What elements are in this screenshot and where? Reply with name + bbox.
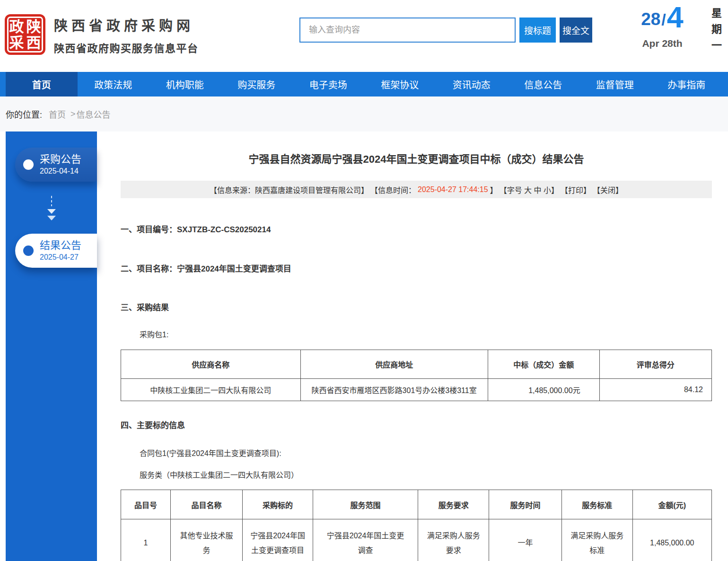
site-title: 陕西省政府采购网 (54, 15, 199, 35)
service-standard-cell: 满足采购人服务标准 (561, 519, 632, 561)
column-header: 供应商名称 (121, 350, 301, 379)
breadcrumb-home-link[interactable]: 首页 (49, 108, 66, 120)
search-fulltext-button[interactable]: 搜全文 (560, 18, 592, 43)
meta-source: 【信息来源：陕西嘉唐建设项目管理有限公司】 (210, 184, 368, 195)
close-button[interactable]: 【关闭】 (593, 184, 623, 195)
down-arrow-icon (45, 195, 58, 222)
breadcrumb-separator: > (70, 109, 76, 119)
nav-item-policies[interactable]: 政策法规 (78, 72, 149, 96)
article: 宁强县自然资源局宁强县2024年国土变更调查项目中标（成交）结果公告 【信息来源… (121, 131, 712, 561)
column-header: 品目号 (121, 490, 171, 519)
column-header: 服务要求 (418, 490, 489, 519)
date-slash: / (661, 10, 666, 29)
sidebar-item-title: 采购公告 (40, 154, 81, 165)
site-header: 政 陕 采 西 陕西省政府采购网 陕西省政府购买服务信息平台 搜标题 搜全文 2… (0, 0, 728, 72)
main-nav: 首页 政策法规 机构职能 购买服务 电子卖场 框架协议 资讯动态 信息公告 监督… (0, 72, 728, 96)
sidebar-timeline: 采购公告 2025-04-14 结果公告 2025-04-27 (6, 131, 97, 561)
section-subject-info: 四、主要标的信息 (121, 419, 712, 430)
circle-bullet-icon (23, 245, 34, 256)
sidebar-item-procurement-notice[interactable]: 采购公告 2025-04-14 (15, 148, 97, 182)
nav-item-functions[interactable]: 机构职能 (149, 72, 221, 96)
logo-char: 采 (9, 35, 24, 50)
breadcrumb-current-link[interactable]: 信息公告 (77, 108, 111, 120)
supplier-name-cell: 中陕核工业集团二一四大队有限公司 (121, 379, 301, 401)
date-english: Apr 28th (633, 38, 692, 49)
project-number-value: SXJTZB-ZC-CS20250214 (177, 225, 271, 234)
section-label: 二、项目名称： (121, 264, 177, 273)
table-header-row: 供应商名称 供应商地址 中标（成交）金额 评审总得分 (121, 350, 712, 379)
section-project-number: 一、项目编号：SXJTZB-ZC-CS20250214 (121, 223, 712, 235)
amount-cell: 1,485,000.00 (632, 519, 711, 561)
table-row: 中陕核工业集团二一四大队有限公司 陕西省西安市雁塔区西影路301号办公楼3楼31… (121, 379, 712, 401)
nav-item-supervision[interactable]: 监督管理 (579, 72, 651, 96)
search-title-button[interactable]: 搜标题 (519, 18, 556, 43)
nav-item-home[interactable]: 首页 (6, 72, 78, 96)
column-header: 金额(元) (632, 490, 711, 519)
breadcrumb-label: 你的位置: (6, 108, 42, 120)
nav-item-announcements[interactable]: 信息公告 (508, 72, 579, 96)
page-title: 宁强县自然资源局宁强县2024年国土变更调查项目中标（成交）结果公告 (121, 150, 712, 166)
font-size-control[interactable]: 【字号 大 中 小】 (500, 184, 559, 195)
nav-item-news[interactable]: 资讯动态 (436, 72, 508, 96)
contract-package-label: 合同包1(宁强县2024年国土变更调查项目): (121, 447, 712, 458)
section-procurement-result: 三、采购结果 (121, 301, 712, 313)
site-subtitle: 陕西省政府购买服务信息平台 (54, 40, 199, 55)
search-input[interactable] (299, 18, 516, 43)
logo-char: 西 (26, 35, 41, 50)
column-header: 服务时间 (489, 490, 562, 519)
meta-time-value: 2025-04-27 17:44:15 (418, 185, 488, 194)
subject-detail-table: 品目号 品目名称 采购标的 服务范围 服务要求 服务时间 服务标准 金额(元) … (121, 490, 712, 561)
result-table: 供应商名称 供应商地址 中标（成交）金额 评审总得分 中陕核工业集团二一四大队有… (121, 350, 712, 401)
article-meta-bar: 【信息来源：陕西嘉唐建设项目管理有限公司】 【信息时间： 2025-04-27 … (121, 181, 712, 198)
nav-item-guide[interactable]: 办事指南 (651, 72, 723, 96)
logo-char: 政 (9, 19, 24, 34)
sidebar-item-title: 结果公告 (40, 240, 81, 251)
search-bar: 搜标题 搜全文 (299, 18, 592, 43)
service-time-cell: 一年 (489, 519, 562, 561)
column-header: 采购标的 (243, 490, 313, 519)
meta-time-label: 【信息时间： (370, 184, 416, 195)
print-button[interactable]: 【打印】 (561, 184, 591, 195)
project-name-value: 宁强县2024年国土变更调查项目 (177, 264, 291, 273)
brand-text: 陕西省政府采购网 陕西省政府购买服务信息平台 (54, 15, 199, 55)
service-scope-cell: 宁强县2024年国土变更调查 (313, 519, 418, 561)
column-header: 供应商地址 (300, 350, 488, 379)
table-header-row: 品目号 品目名称 采购标的 服务范围 服务要求 服务时间 服务标准 金额(元) (121, 490, 712, 519)
content-area: 采购公告 2025-04-14 结果公告 2025-04-27 宁强县自然资源局… (0, 131, 728, 561)
meta-time-close: 】 (490, 184, 498, 195)
column-header: 评审总得分 (599, 350, 711, 379)
nav-item-purchase-services[interactable]: 购买服务 (221, 72, 293, 96)
date-day: 28 (641, 9, 660, 29)
sidebar-item-date: 2025-04-14 (40, 167, 81, 175)
date-month: 4 (667, 0, 684, 34)
date-numeric: 28 / 4 (633, 5, 692, 34)
circle-bullet-icon (23, 159, 34, 170)
weekday-label: 星期一 (710, 8, 720, 56)
service-category-label: 服务类（中陕核工业集团二一四大队有限公司） (121, 469, 712, 480)
column-header: 品目名称 (170, 490, 242, 519)
nav-item-e-marketplace[interactable]: 电子卖场 (292, 72, 364, 96)
item-name-cell: 其他专业技术服务 (170, 519, 242, 561)
procurement-subject-cell: 宁强县2024年国土变更调查项目 (243, 519, 313, 561)
column-header: 服务标准 (561, 490, 632, 519)
review-score-cell: 84.12 (599, 379, 711, 401)
supplier-address-cell: 陕西省西安市雁塔区西影路301号办公楼3楼311室 (300, 379, 488, 401)
column-header: 中标（成交）金额 (488, 350, 599, 379)
item-number-cell: 1 (121, 519, 171, 561)
service-requirement-cell: 满足采购人服务要求 (418, 519, 489, 561)
column-header: 服务范围 (313, 490, 418, 519)
breadcrumb: 你的位置: 首页 > 信息公告 (0, 96, 728, 131)
sidebar-item-date: 2025-04-27 (40, 253, 81, 262)
date-widget: 28 / 4 Apr 28th (633, 5, 692, 49)
section-project-name: 二、项目名称：宁强县2024年国土变更调查项目 (121, 262, 712, 274)
section-label: 一、项目编号： (121, 225, 177, 234)
award-amount-cell: 1,485,000.00元 (488, 379, 599, 401)
brand: 政 陕 采 西 陕西省政府采购网 陕西省政府购买服务信息平台 (5, 14, 199, 55)
sidebar-item-result-notice[interactable]: 结果公告 2025-04-27 (15, 234, 97, 268)
logo-char: 陕 (26, 19, 41, 34)
nav-item-framework-agreement[interactable]: 框架协议 (364, 72, 436, 96)
package-label: 采购包1: (121, 328, 712, 340)
site-logo-icon: 政 陕 采 西 (5, 14, 45, 55)
table-row: 1 其他专业技术服务 宁强县2024年国土变更调查项目 宁强县2024年国土变更… (121, 519, 712, 561)
